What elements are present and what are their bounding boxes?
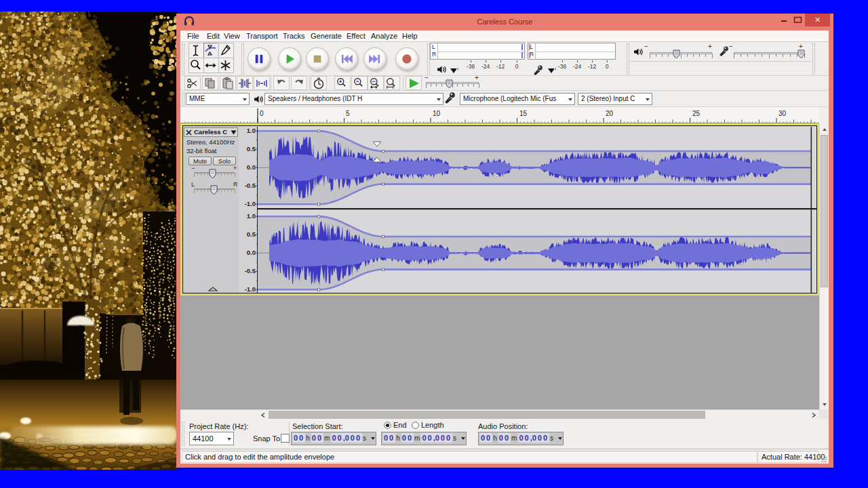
- svg-text:25: 25: [692, 110, 701, 117]
- svg-text:0.0: 0.0: [247, 163, 256, 171]
- svg-text:-1.0: -1.0: [245, 285, 256, 293]
- svg-text:5: 5: [346, 110, 350, 117]
- svg-text:1.0: 1.0: [247, 127, 256, 134]
- svg-text:20: 20: [606, 110, 614, 117]
- svg-text:0: 0: [260, 110, 264, 117]
- svg-text:15: 15: [519, 110, 528, 117]
- svg-text:30: 30: [778, 110, 787, 117]
- svg-text:0.0: 0.0: [247, 249, 256, 256]
- svg-text:1.0: 1.0: [247, 212, 256, 220]
- svg-text:-0.5: -0.5: [245, 182, 256, 189]
- svg-text:10: 10: [433, 110, 441, 117]
- svg-text:-0.5: -0.5: [245, 267, 256, 274]
- svg-text:0.5: 0.5: [247, 230, 256, 238]
- svg-text:0.5: 0.5: [247, 145, 256, 152]
- svg-text:-1.0: -1.0: [245, 200, 256, 207]
